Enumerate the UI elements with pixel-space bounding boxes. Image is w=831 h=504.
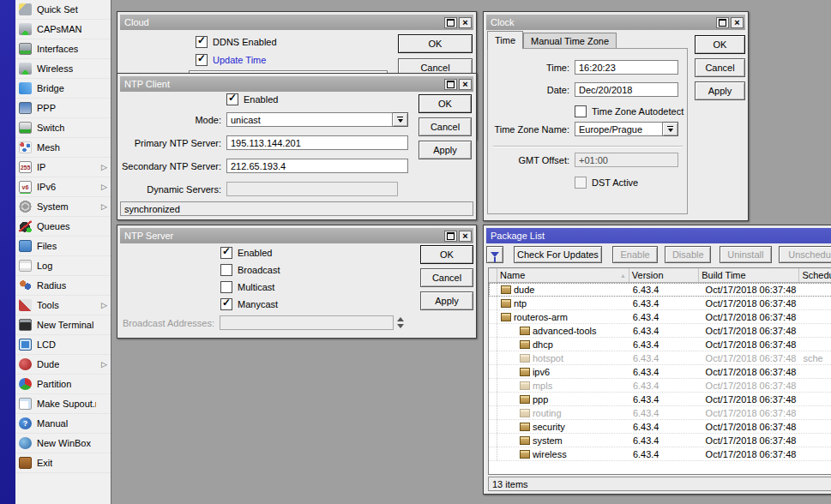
sidebar-item[interactable]: CAPsMAN [15, 20, 111, 39]
spinner-arrows-icon[interactable] [397, 317, 404, 328]
tz-name-select[interactable]: Europe/Prague [575, 122, 663, 136]
maximize-icon[interactable] [444, 231, 457, 242]
sidebar-item[interactable]: ? Manual [15, 414, 111, 434]
package-row[interactable]: routing 6.43.4 Oct/17/2018 06:37:48 [489, 406, 831, 420]
sidebar-item[interactable]: Make Supout.rif [15, 394, 111, 414]
cancel-button[interactable]: Cancel [420, 268, 473, 287]
package-row[interactable]: system 6.43.4 Oct/17/2018 06:37:48 [489, 434, 831, 447]
sidebar-item[interactable]: Radius [15, 276, 111, 296]
sidebar-item[interactable]: PPP [15, 99, 111, 118]
tab-manual-time-zone[interactable]: Manual Time Zone [523, 33, 617, 49]
sidebar-item[interactable]: v6 IPv6 [15, 177, 111, 197]
sidebar-item[interactable]: Partition [15, 375, 111, 394]
cloud-titlebar[interactable]: Cloud [120, 15, 473, 30]
checkbox[interactable] [220, 247, 232, 259]
sidebar-item[interactable]: Tools [15, 296, 111, 315]
checkbox[interactable] [220, 298, 232, 310]
package-row[interactable]: ntp 6.43.4 Oct/17/2018 06:37:48 [489, 297, 831, 310]
mode-select[interactable]: unicast [226, 112, 393, 127]
package-row[interactable]: ppp 6.43.4 Oct/17/2018 06:37:48 [489, 393, 831, 406]
primary-ntp-input[interactable]: 195.113.144.201 [226, 135, 408, 150]
ntp-server-titlebar[interactable]: NTP Server [120, 228, 473, 243]
package-row[interactable]: wireless 6.43.4 Oct/17/2018 06:37:48 [489, 447, 831, 461]
apply-button[interactable]: Apply [695, 81, 745, 100]
close-icon[interactable] [459, 231, 472, 242]
sidebar-item[interactable]: Dude [15, 355, 111, 375]
package-row[interactable]: routeros-arm 6.43.4 Oct/17/2018 06:37:48 [489, 310, 831, 324]
dropdown-arrow-icon[interactable] [393, 112, 408, 127]
date-input[interactable]: Dec/20/2018 [575, 82, 678, 97]
sidebar-item[interactable]: Switch [15, 118, 111, 138]
close-icon[interactable] [731, 17, 744, 28]
ok-button[interactable]: OK [398, 34, 473, 53]
ntp-client-titlebar[interactable]: NTP Client [120, 76, 473, 92]
version-column-header[interactable]: Version [629, 268, 699, 282]
apply-button[interactable]: Apply [420, 291, 473, 310]
sidebar-item[interactable]: Interfaces [15, 39, 111, 59]
package-scheduled-cell [799, 338, 831, 351]
package-row[interactable]: dude 6.43.4 Oct/17/2018 06:37:48 [489, 283, 831, 297]
build-time-column-header[interactable]: Build Time [699, 268, 799, 282]
package-list-title: Package List [491, 231, 545, 241]
maximize-icon[interactable] [444, 17, 457, 28]
name-column-header[interactable]: Name [497, 268, 629, 282]
package-row[interactable]: advanced-tools 6.43.4 Oct/17/2018 06:37:… [489, 324, 831, 338]
sidebar-item[interactable]: System [15, 197, 111, 217]
dynamic-servers-input[interactable] [226, 182, 398, 196]
ok-button[interactable]: OK [420, 245, 473, 264]
close-icon[interactable] [459, 79, 472, 90]
sidebar-item[interactable]: Quick Set [15, 0, 111, 20]
sidebar-item[interactable]: Queues [15, 217, 111, 237]
sidebar-item-icon [19, 63, 32, 75]
sidebar-item-icon [19, 398, 32, 410]
check-for-updates-button[interactable]: Check For Updates [514, 246, 602, 263]
sidebar-item[interactable]: Mesh [15, 138, 111, 158]
apply-button[interactable]: Apply [419, 141, 472, 159]
sidebar-item[interactable]: Log [15, 256, 111, 276]
maximize-icon[interactable] [444, 79, 457, 90]
package-row[interactable]: dhcp 6.43.4 Oct/17/2018 06:37:48 [489, 338, 831, 351]
maximize-icon[interactable] [716, 17, 729, 28]
checkbox[interactable] [196, 36, 208, 48]
tz-autodetect-checkbox[interactable] [575, 105, 587, 117]
time-input[interactable]: 16:20:23 [575, 60, 678, 75]
cancel-button[interactable]: Cancel [695, 58, 745, 77]
cancel-button[interactable]: Cancel [419, 117, 472, 136]
sidebar-item[interactable]: Bridge [15, 79, 111, 99]
tab-time[interactable]: Time [487, 31, 523, 49]
scheduled-column-header[interactable]: Scheduled [799, 268, 831, 282]
checkbox[interactable] [220, 281, 232, 293]
clock-titlebar[interactable]: Clock [486, 15, 745, 30]
filter-button[interactable] [486, 246, 503, 263]
sidebar-item[interactable]: LCD [15, 335, 111, 355]
broadcast-addresses-input[interactable] [220, 315, 394, 330]
ok-button[interactable]: OK [695, 35, 745, 54]
package-list-titlebar[interactable]: Package List [486, 228, 831, 243]
sidebar-item[interactable]: Files [15, 237, 111, 256]
package-row[interactable]: mpls 6.43.4 Oct/17/2018 06:37:48 [489, 379, 831, 393]
package-row[interactable]: security 6.43.4 Oct/17/2018 06:37:48 [489, 420, 831, 434]
dst-active-checkbox[interactable] [575, 177, 587, 189]
checkbox[interactable] [220, 264, 232, 276]
package-row[interactable]: ipv6 6.43.4 Oct/17/2018 06:37:48 [489, 365, 831, 379]
cloud-title: Cloud [124, 17, 149, 27]
disable-button[interactable]: Disable [665, 246, 711, 263]
sidebar-item[interactable]: 255 IP [15, 158, 111, 177]
dropdown-arrow-icon[interactable] [663, 122, 678, 136]
enable-button[interactable]: Enable [612, 246, 659, 263]
secondary-ntp-input[interactable]: 212.65.193.4 [226, 159, 408, 173]
sidebar-item[interactable]: New WinBox [15, 434, 111, 453]
sidebar-item[interactable]: Exit [15, 453, 111, 473]
sidebar-item[interactable]: Wireless [15, 59, 111, 79]
package-row[interactable]: hotspot 6.43.4 Oct/17/2018 06:37:48 sche [489, 351, 831, 365]
unschedule-button[interactable]: Unschedule [779, 246, 831, 263]
package-box-icon [520, 395, 530, 404]
sidebar-item[interactable]: New Terminal [15, 315, 111, 335]
uninstall-button[interactable]: Uninstall [720, 246, 771, 263]
marker-column-header[interactable] [489, 268, 497, 282]
ok-button[interactable]: OK [419, 94, 472, 113]
close-icon[interactable] [459, 17, 472, 28]
sidebar-item-label: IP [37, 162, 45, 172]
checkbox[interactable] [196, 54, 208, 66]
enabled-checkbox[interactable] [226, 93, 238, 105]
